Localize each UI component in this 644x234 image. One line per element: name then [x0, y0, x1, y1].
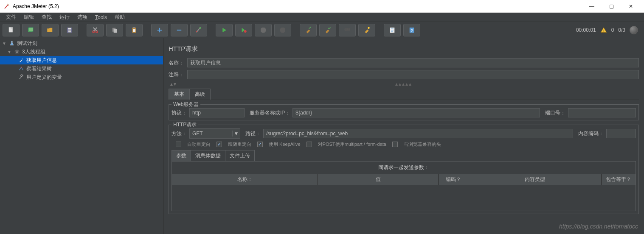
col-value[interactable]: 值 — [318, 174, 439, 185]
thread-count: 0/3 — [618, 27, 625, 33]
cb-auto-redirect[interactable] — [176, 142, 181, 147]
col-include-equals[interactable]: 包含等于？ — [602, 174, 636, 185]
svg-rect-5 — [68, 30, 71, 32]
pipette-icon — [18, 57, 25, 64]
params-table: 同请求一起发送参数： 名称： 值 编码？ 内容类型 包含等于？ — [172, 161, 636, 211]
new-button[interactable] — [3, 24, 20, 36]
protocol-input[interactable] — [189, 108, 245, 117]
app-icon — [3, 2, 9, 11]
open-button[interactable] — [42, 24, 59, 36]
toolbar: ? 00:00:01 ! 0 0/3 — [0, 22, 644, 38]
col-name[interactable]: 名称： — [172, 174, 318, 185]
warning-icon: ! — [600, 27, 607, 33]
webserver-legend: Web服务器 — [172, 101, 200, 108]
method-select[interactable]: ▼ — [189, 128, 240, 139]
httpreq-legend: HTTP请求 — [172, 121, 198, 128]
clear-all-button[interactable] — [319, 24, 336, 36]
window-title: Apache JMeter (5.2) — [13, 3, 582, 9]
collapse-bar[interactable]: ▲▼▴▴▴▴▴ — [169, 82, 639, 86]
cb-follow-redirect[interactable] — [217, 142, 222, 147]
port-label: 端口号： — [545, 109, 565, 117]
function-helper-button[interactable] — [384, 24, 401, 36]
path-label: 路径： — [245, 130, 261, 137]
paste-button[interactable] — [126, 24, 143, 36]
cut-button[interactable] — [87, 24, 104, 36]
menu-search[interactable]: 查找 — [38, 13, 55, 22]
port-input[interactable] — [568, 108, 636, 117]
menu-help[interactable]: 帮助 — [111, 13, 128, 22]
svg-text:?: ? — [411, 28, 413, 32]
svg-point-14 — [244, 30, 247, 33]
tab-basic[interactable]: 基本 — [169, 89, 190, 100]
tree-thread-group[interactable]: ▼ 3人线程组 — [0, 47, 163, 56]
globe-icon[interactable] — [630, 26, 638, 34]
start-button[interactable] — [216, 24, 233, 36]
window-close[interactable]: ✕ — [621, 0, 641, 12]
svg-rect-2 — [29, 28, 34, 31]
comment-label: 注释： — [169, 71, 185, 78]
encoding-label: 内容编码： — [578, 130, 604, 137]
col-encode[interactable]: 编码？ — [439, 174, 468, 185]
scope-icon — [18, 65, 25, 72]
testplan-tree[interactable]: ▼ 测试计划 ▼ 3人线程组 获取用户信息 察看结果树 用户定义的变量 — [0, 38, 163, 234]
tree-item-view-results[interactable]: 察看结果树 — [0, 64, 163, 73]
webserver-fieldset: Web服务器 协议： 服务器名称或IP： 端口号： — [169, 104, 639, 120]
svg-rect-12 — [133, 29, 135, 32]
encoding-input[interactable] — [606, 129, 636, 138]
editor-heading: HTTP请求 — [169, 42, 639, 56]
cb-multipart[interactable] — [307, 142, 312, 147]
stop-button[interactable] — [255, 24, 272, 36]
help-button[interactable]: ? — [403, 24, 420, 36]
clear-button[interactable] — [300, 24, 317, 36]
name-label: 名称： — [169, 59, 185, 67]
tree-item-user-vars[interactable]: 用户定义的变量 — [0, 73, 163, 81]
server-label: 服务器名称或IP： — [250, 109, 290, 117]
window-minimize[interactable]: — — [582, 0, 602, 12]
ptab-files[interactable]: 文件上传 — [225, 150, 255, 161]
warn-count: 0 — [611, 27, 614, 33]
window-maximize[interactable]: ▢ — [602, 0, 621, 12]
wrench-icon — [18, 74, 25, 81]
tree-root[interactable]: ▼ 测试计划 — [0, 39, 163, 47]
menu-file[interactable]: 文件 — [3, 13, 20, 22]
name-input[interactable] — [187, 58, 639, 67]
protocol-label: 协议： — [172, 109, 187, 117]
config-tabs: 基本 高级 — [169, 89, 639, 100]
elapsed-time: 00:00:01 — [576, 27, 596, 33]
expand-button[interactable] — [151, 24, 168, 36]
menu-edit[interactable]: 编辑 — [20, 13, 37, 22]
save-button[interactable] — [61, 24, 78, 36]
tree-item-http-request[interactable]: 获取用户信息 — [0, 56, 163, 64]
menu-run[interactable]: 运行 — [56, 13, 73, 22]
svg-point-18 — [368, 27, 370, 29]
cb-browser-headers[interactable] — [392, 142, 398, 147]
ptab-body[interactable]: 消息体数据 — [191, 150, 225, 161]
start-no-pause-button[interactable] — [235, 24, 252, 36]
templates-button[interactable] — [22, 24, 39, 36]
params-caption: 同请求一起发送参数： — [172, 162, 636, 174]
reset-search-button[interactable] — [358, 24, 375, 36]
svg-point-13 — [200, 27, 202, 29]
col-content-type[interactable]: 内容类型 — [468, 174, 602, 185]
method-value[interactable] — [190, 131, 232, 136]
svg-rect-11 — [133, 27, 135, 28]
toggle-button[interactable] — [190, 24, 207, 36]
comment-input[interactable] — [187, 70, 639, 79]
copy-button[interactable] — [106, 24, 123, 36]
method-label: 方法： — [172, 130, 187, 137]
menu-tools[interactable]: Tools — [92, 14, 110, 21]
params-body[interactable] — [172, 185, 636, 211]
menu-options[interactable]: 选项 — [74, 13, 91, 22]
cb-keepalive[interactable] — [257, 142, 263, 147]
httpreq-fieldset: HTTP请求 方法： ▼ 路径： 内容编码： 自动重定向 跟随重定向 使用 Ke… — [169, 125, 639, 214]
server-input[interactable] — [292, 108, 540, 117]
tab-advanced[interactable]: 高级 — [189, 89, 211, 100]
svg-point-26 — [21, 67, 22, 67]
ptab-params[interactable]: 参数 — [172, 150, 191, 161]
chevron-down-icon[interactable]: ▼ — [232, 131, 240, 136]
svg-point-24 — [17, 51, 17, 52]
search-button[interactable] — [339, 24, 356, 36]
shutdown-button[interactable] — [274, 24, 291, 36]
path-input[interactable] — [263, 129, 573, 138]
collapse-button[interactable] — [171, 24, 188, 36]
